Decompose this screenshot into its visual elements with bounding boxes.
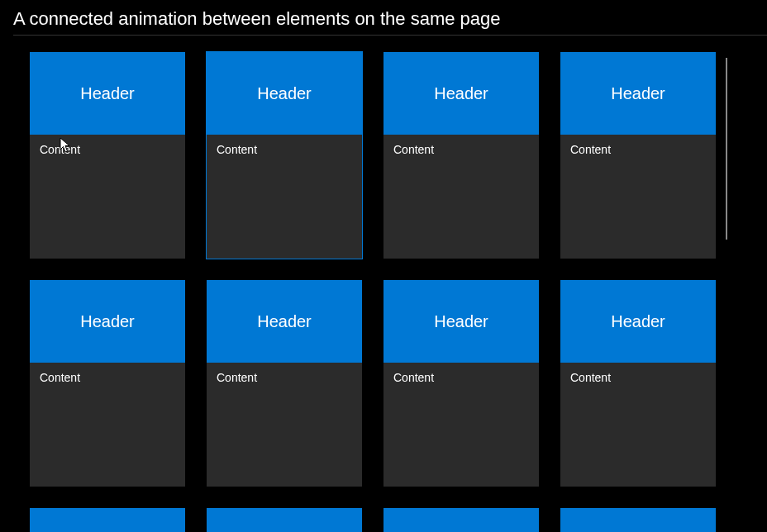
- card-content: Content: [560, 363, 716, 487]
- card-content: Content: [207, 363, 362, 487]
- card-header: [30, 508, 185, 532]
- card-item[interactable]: Header Content: [207, 280, 362, 487]
- card-item[interactable]: Header Content: [207, 52, 362, 259]
- scrollbar[interactable]: [726, 58, 727, 240]
- card-item[interactable]: Header Content: [30, 280, 185, 487]
- page-title: A connected animation between elements o…: [0, 0, 767, 35]
- card-content: Content: [384, 363, 539, 487]
- card-content: Content: [207, 135, 362, 259]
- card-item[interactable]: Header Content: [560, 52, 716, 259]
- card-header: [384, 508, 539, 532]
- card-header: Header: [207, 280, 362, 363]
- card-header: Header: [384, 52, 539, 135]
- card-header: [207, 508, 362, 532]
- grid-container: Header Content Header Content Header Con…: [0, 36, 767, 532]
- card-item[interactable]: [207, 508, 362, 532]
- card-item[interactable]: Header Content: [30, 52, 185, 259]
- card-header: Header: [560, 280, 716, 363]
- card-header: Header: [384, 280, 539, 363]
- card-header: Header: [560, 52, 716, 135]
- card-content: Content: [384, 135, 539, 259]
- card-item[interactable]: Header Content: [384, 52, 539, 259]
- card-header: Header: [30, 52, 185, 135]
- card-item[interactable]: [30, 508, 185, 532]
- card-item[interactable]: Header Content: [384, 280, 539, 487]
- card-content: Content: [30, 135, 185, 259]
- card-item[interactable]: Header Content: [560, 280, 716, 487]
- card-grid: Header Content Header Content Header Con…: [30, 52, 724, 532]
- card-content: Content: [560, 135, 716, 259]
- card-header: Header: [30, 280, 185, 363]
- card-content: Content: [30, 363, 185, 487]
- card-header: Header: [207, 52, 362, 135]
- card-header: [560, 508, 716, 532]
- card-item[interactable]: [560, 508, 716, 532]
- card-item[interactable]: [384, 508, 539, 532]
